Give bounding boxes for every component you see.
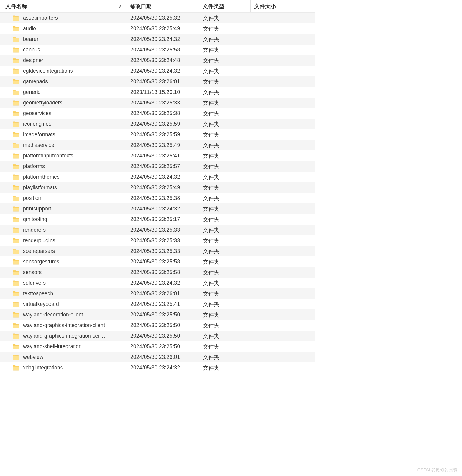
cell-name: xcbglintegrations (0, 362, 126, 373)
cell-date: 2024/05/30 23:24:48 (126, 55, 199, 66)
table-row[interactable]: platforms2024/05/30 23:25:57文件夹 (0, 161, 315, 172)
file-name-text: renderplugins (23, 237, 55, 244)
table-row[interactable]: geometryloaders2024/05/30 23:25:33文件夹 (0, 98, 315, 108)
table-body: assetimporters2024/05/30 23:25:32文件夹 aud… (0, 13, 315, 373)
table-row[interactable]: assetimporters2024/05/30 23:25:32文件夹 (0, 13, 315, 23)
table-row[interactable]: sqldrivers2024/05/30 23:24:32文件夹 (0, 278, 315, 288)
table-row[interactable]: wayland-shell-integration2024/05/30 23:2… (0, 341, 315, 352)
file-name-text: wayland-decoration-client (23, 312, 83, 318)
cell-size (250, 172, 305, 182)
folder-icon (13, 121, 19, 127)
table-row[interactable]: geoservices2024/05/30 23:25:38文件夹 (0, 108, 315, 119)
cell-size (250, 299, 305, 309)
file-name-text: platformthemes (23, 174, 60, 180)
cell-type: 文件夹 (199, 45, 250, 55)
cell-name: qmltooling (0, 214, 126, 225)
cell-date: 2024/05/30 23:25:33 (126, 246, 199, 256)
cell-date: 2024/05/30 23:25:58 (126, 267, 199, 278)
folder-icon (13, 238, 19, 243)
cell-name: platforms (0, 161, 126, 172)
cell-name: audio (0, 23, 126, 34)
cell-date: 2024/05/30 23:25:50 (126, 320, 199, 331)
file-name-text: wayland-graphics-integration-ser… (23, 333, 105, 339)
folder-icon (13, 132, 19, 137)
table-row[interactable]: generic2023/11/13 15:20:10文件夹 (0, 87, 315, 98)
cell-size (250, 140, 305, 150)
table-row[interactable]: audio2024/05/30 23:25:49文件夹 (0, 23, 315, 34)
file-name-text: canbus (23, 47, 40, 53)
table-row[interactable]: platforminputcontexts2024/05/30 23:25:41… (0, 150, 315, 161)
header-name[interactable]: 文件名称 ∧ (0, 0, 126, 12)
table-row[interactable]: bearer2024/05/30 23:24:32文件夹 (0, 34, 315, 45)
folder-icon (13, 365, 19, 371)
cell-type: 文件夹 (199, 140, 250, 150)
cell-type: 文件夹 (199, 352, 250, 362)
table-row[interactable]: wayland-graphics-integration-client2024/… (0, 320, 315, 331)
cell-type: 文件夹 (199, 320, 250, 331)
folder-icon (13, 355, 19, 360)
cell-size (250, 235, 305, 246)
file-name-text: assetimporters (23, 15, 58, 21)
file-name-text: audio (23, 25, 36, 32)
table-row[interactable]: platformthemes2024/05/30 23:24:32文件夹 (0, 172, 315, 182)
table-row[interactable]: renderplugins2024/05/30 23:25:33文件夹 (0, 235, 315, 246)
table-row[interactable]: position2024/05/30 23:25:38文件夹 (0, 193, 315, 203)
file-name-text: iconengines (23, 121, 51, 127)
cell-date: 2024/05/30 23:25:57 (126, 161, 199, 172)
table-row[interactable]: designer2024/05/30 23:24:48文件夹 (0, 55, 315, 66)
cell-name: iconengines (0, 119, 126, 129)
table-row[interactable]: printsupport2024/05/30 23:24:32文件夹 (0, 203, 315, 214)
cell-size (250, 203, 305, 214)
folder-icon (13, 365, 19, 371)
table-row[interactable]: wayland-decoration-client2024/05/30 23:2… (0, 309, 315, 320)
table-row[interactable]: playlistformats2024/05/30 23:25:49文件夹 (0, 182, 315, 193)
header-date-label: 修改日期 (130, 3, 152, 10)
table-row[interactable]: canbus2024/05/30 23:25:58文件夹 (0, 45, 315, 55)
cell-size (250, 182, 305, 193)
table-row[interactable]: imageformats2024/05/30 23:25:59文件夹 (0, 129, 315, 140)
folder-icon (13, 90, 19, 95)
cell-name: imageformats (0, 129, 126, 140)
cell-date: 2024/05/30 23:25:33 (126, 225, 199, 235)
cell-name: webview (0, 352, 126, 362)
cell-name: sceneparsers (0, 246, 126, 256)
folder-icon (13, 270, 19, 275)
cell-name: wayland-shell-integration (0, 341, 126, 352)
cell-date: 2023/11/13 15:20:10 (126, 87, 199, 98)
folder-icon (13, 174, 19, 180)
table-row[interactable]: texttospeech2024/05/30 23:26:01文件夹 (0, 288, 315, 299)
table-row[interactable]: qmltooling2024/05/30 23:25:17文件夹 (0, 214, 315, 225)
folder-icon (13, 196, 19, 201)
folder-icon (13, 302, 19, 307)
header-type[interactable]: 文件类型 (199, 0, 250, 12)
table-row[interactable]: egldeviceintegrations2024/05/30 23:24:32… (0, 66, 315, 76)
table-row[interactable]: iconengines2024/05/30 23:25:59文件夹 (0, 119, 315, 129)
folder-icon (13, 333, 19, 339)
header-size[interactable]: 文件大小 (250, 0, 305, 12)
cell-name: sensorgestures (0, 256, 126, 267)
header-date[interactable]: 修改日期 (126, 0, 199, 12)
table-row[interactable]: renderers2024/05/30 23:25:33文件夹 (0, 225, 315, 235)
folder-icon (13, 174, 19, 180)
table-row[interactable]: webview2024/05/30 23:26:01文件夹 (0, 352, 315, 362)
table-row[interactable]: virtualkeyboard2024/05/30 23:25:41文件夹 (0, 299, 315, 309)
table-row[interactable]: gamepads2024/05/30 23:26:01文件夹 (0, 76, 315, 87)
folder-icon (13, 280, 19, 286)
cell-name: wayland-graphics-integration-client (0, 320, 126, 331)
cell-size (250, 362, 305, 373)
folder-icon (13, 333, 19, 339)
table-row[interactable]: wayland-graphics-integration-ser…2024/05… (0, 331, 315, 341)
file-name-text: renderers (23, 227, 46, 233)
table-row[interactable]: sensors2024/05/30 23:25:58文件夹 (0, 267, 315, 278)
table-row[interactable]: xcbglintegrations2024/05/30 23:24:32文件夹 (0, 362, 315, 373)
table-row[interactable]: mediaservice2024/05/30 23:25:49文件夹 (0, 140, 315, 150)
folder-icon (13, 68, 19, 74)
folder-icon (13, 270, 19, 275)
cell-name: printsupport (0, 203, 126, 214)
folder-icon (13, 37, 19, 42)
cell-name: geometryloaders (0, 98, 126, 108)
cell-size (250, 55, 305, 66)
table-row[interactable]: sceneparsers2024/05/30 23:25:33文件夹 (0, 246, 315, 256)
cell-size (250, 76, 305, 87)
table-row[interactable]: sensorgestures2024/05/30 23:25:58文件夹 (0, 256, 315, 267)
